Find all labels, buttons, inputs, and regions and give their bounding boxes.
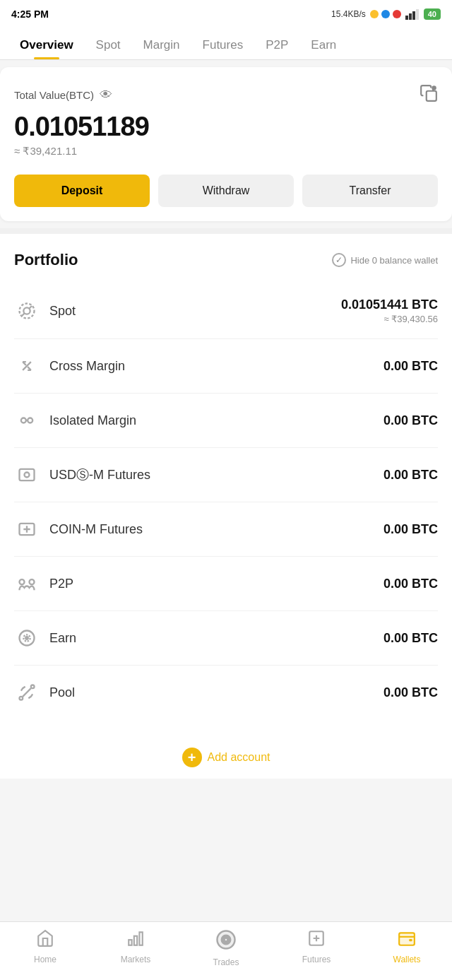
status-time: 4:25 PM <box>11 8 49 20</box>
isolated-margin-icon <box>14 408 40 433</box>
bottom-navigation: Home Markets Trades <box>0 921 452 980</box>
list-item[interactable]: P2P 0.00 BTC <box>14 557 438 611</box>
p2p-icon <box>14 571 40 596</box>
tab-p2p[interactable]: P2P <box>254 28 299 59</box>
svg-rect-21 <box>129 940 131 945</box>
wallets-icon <box>398 929 416 952</box>
pool-icon <box>14 680 40 705</box>
portfolio-title: Portfolio <box>14 251 78 269</box>
deposit-button[interactable]: Deposit <box>14 175 150 207</box>
svg-rect-23 <box>139 932 142 945</box>
dot-icon <box>393 10 401 18</box>
action-buttons: Deposit Withdraw Transfer <box>14 175 438 207</box>
list-item[interactable]: Spot 0.01051441 BTC ≈ ₹39,430.56 <box>14 283 438 339</box>
bottom-nav-trades-label: Trades <box>213 957 239 967</box>
item-name-earn: Earn <box>49 631 76 646</box>
dot-icon <box>381 10 390 18</box>
bottom-nav-trades[interactable]: Trades <box>203 929 249 967</box>
item-name-spot: Spot <box>49 304 76 319</box>
svg-point-26 <box>225 938 228 942</box>
item-btc-spot: 0.01051441 BTC <box>341 297 438 312</box>
list-item[interactable]: Cross Margin 0.00 BTC <box>14 339 438 394</box>
list-item[interactable]: Isolated Margin 0.00 BTC <box>14 394 438 448</box>
inr-total-value: ≈ ₹39,421.11 <box>14 145 438 158</box>
item-btc-pool: 0.00 BTC <box>383 685 438 700</box>
bottom-nav-wallets[interactable]: Wallets <box>384 929 429 967</box>
list-item[interactable]: Pool 0.00 BTC <box>14 666 438 719</box>
copy-icon[interactable]: ! <box>420 84 438 106</box>
svg-point-14 <box>20 579 25 584</box>
check-circle-icon: ✓ <box>332 253 346 267</box>
tab-margin[interactable]: Margin <box>132 28 191 59</box>
hide-balance-toggle[interactable]: ✓ Hide 0 balance wallet <box>332 253 438 267</box>
svg-rect-0 <box>405 16 408 20</box>
item-name-usd-futures: USDⓈ-M Futures <box>49 466 150 483</box>
portfolio-section: Portfolio ✓ Hide 0 balance wallet Spot 0… <box>0 234 452 731</box>
tab-earn[interactable]: Earn <box>299 28 347 59</box>
svg-point-18 <box>25 637 28 639</box>
item-btc-coin-futures: 0.00 BTC <box>383 522 438 537</box>
dot-icon <box>370 10 379 18</box>
top-navigation: Overview Spot Margin Futures P2P Earn <box>0 28 452 60</box>
list-item[interactable]: USDⓈ-M Futures 0.00 BTC <box>14 448 438 502</box>
svg-rect-28 <box>399 933 415 945</box>
item-name-cross-margin: Cross Margin <box>49 359 125 374</box>
item-btc-isolated-margin: 0.00 BTC <box>383 413 438 428</box>
battery-icon: 40 <box>424 8 441 20</box>
divider <box>0 228 452 234</box>
svg-point-8 <box>20 304 35 319</box>
futures-icon <box>307 929 326 952</box>
cross-margin-icon <box>14 353 40 379</box>
bottom-nav-futures[interactable]: Futures <box>294 929 339 967</box>
svg-rect-29 <box>409 939 412 941</box>
item-name-pool: Pool <box>49 685 75 700</box>
status-bar: 4:25 PM 15.4KB/s 40 <box>0 0 452 28</box>
transfer-button[interactable]: Transfer <box>302 175 438 207</box>
markets-icon <box>126 929 145 952</box>
trades-icon <box>215 929 237 955</box>
add-account-label: Add account <box>208 751 270 764</box>
tab-futures[interactable]: Futures <box>191 28 255 59</box>
item-name-p2p: P2P <box>49 577 73 591</box>
item-btc-cross-margin: 0.00 BTC <box>383 359 438 374</box>
bottom-nav-markets-label: Markets <box>121 955 151 964</box>
svg-text:!: ! <box>433 86 434 90</box>
svg-rect-22 <box>134 936 137 945</box>
spot-icon <box>14 298 40 324</box>
item-inr-spot: ≈ ₹39,430.56 <box>341 314 438 324</box>
svg-point-15 <box>30 579 35 584</box>
earn-icon <box>14 625 40 651</box>
bottom-nav-markets[interactable]: Markets <box>113 929 158 967</box>
bottom-nav-home-label: Home <box>34 955 56 964</box>
home-icon <box>36 929 54 952</box>
bottom-spacer <box>0 779 452 842</box>
bottom-nav-futures-label: Futures <box>302 955 331 964</box>
item-name-coin-futures: COIN-M Futures <box>49 522 143 537</box>
add-icon: + <box>182 748 202 767</box>
item-name-isolated-margin: Isolated Margin <box>49 413 136 428</box>
network-speed: 15.4KB/s <box>331 9 366 19</box>
status-icons <box>370 10 401 18</box>
item-btc-p2p: 0.00 BTC <box>383 577 438 591</box>
svg-rect-1 <box>409 13 412 20</box>
svg-point-7 <box>23 307 30 314</box>
add-account-section[interactable]: + Add account <box>0 731 452 779</box>
btc-total-value: 0.01051189 <box>14 112 438 142</box>
bottom-nav-home[interactable]: Home <box>23 929 68 967</box>
list-item[interactable]: Earn 0.00 BTC <box>14 611 438 666</box>
tab-overview[interactable]: Overview <box>8 28 85 59</box>
svg-rect-4 <box>427 91 436 101</box>
item-btc-usd-futures: 0.00 BTC <box>383 468 438 483</box>
svg-rect-3 <box>416 9 419 20</box>
usd-futures-icon <box>14 462 40 488</box>
withdraw-button[interactable]: Withdraw <box>158 175 294 207</box>
tab-spot[interactable]: Spot <box>85 28 132 59</box>
svg-point-9 <box>21 418 26 423</box>
list-item[interactable]: COIN-M Futures 0.00 BTC <box>14 502 438 557</box>
status-right: 15.4KB/s 40 <box>331 8 441 20</box>
coin-futures-icon <box>14 516 40 542</box>
total-value-row: Total Value(BTC) 👁 ! <box>14 84 438 106</box>
svg-point-20 <box>31 685 35 689</box>
total-value-label: Total Value(BTC) 👁 <box>14 88 112 102</box>
eye-icon[interactable]: 👁 <box>100 88 112 102</box>
